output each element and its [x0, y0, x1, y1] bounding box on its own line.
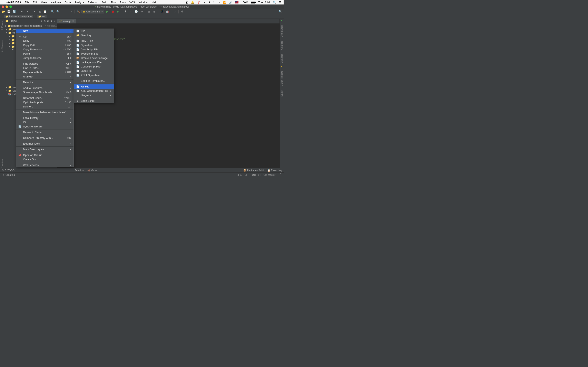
error-stripe-marker[interactable] [281, 20, 282, 21]
volume-icon[interactable]: 🔊 [229, 1, 232, 4]
vcs-update-icon[interactable]: ⬇ [123, 9, 128, 14]
menu-item[interactable]: Local History▶ [16, 116, 73, 120]
notifications-icon[interactable]: 🔔 [191, 1, 194, 4]
menu-item[interactable]: Delete...⌦ [16, 104, 73, 109]
avd-icon[interactable]: 📱 [160, 9, 164, 14]
copy-icon[interactable]: ⎘ [38, 9, 42, 14]
event-log-button[interactable]: 📋 Event Log [267, 169, 282, 172]
close-window-button[interactable] [2, 6, 4, 8]
maven-tool-button[interactable]: Maven Projects [281, 71, 283, 86]
grunt-tool-button[interactable]: 🐗 Grunt [87, 169, 97, 172]
menu-file[interactable]: File [25, 1, 29, 4]
paste-icon[interactable]: 📋 [43, 9, 47, 14]
redo-icon[interactable]: ↷ [25, 9, 29, 14]
menu-item[interactable]: 📄XML Configuration File▶ [74, 89, 114, 93]
vcs-history-icon[interactable]: 🕓 [134, 9, 138, 14]
run-config-dropdown[interactable]: ⬣ karma.conf.js ▼ [81, 10, 104, 13]
tool-windows-toggle-icon[interactable]: ▢ [2, 174, 4, 176]
menu-item[interactable]: Paste⌘V [16, 52, 73, 56]
menu-view[interactable]: View [41, 1, 47, 4]
readonly-lock-icon[interactable] [280, 174, 282, 176]
menu-help[interactable]: Help [152, 1, 157, 4]
sync-icon[interactable]: 🔄 [12, 9, 16, 14]
line-separator[interactable]: LF ÷ [245, 174, 250, 176]
menu-item[interactable]: Edit File Templates... [74, 79, 114, 83]
menu-item[interactable]: 📄JavaScript File [74, 47, 114, 52]
menu-run[interactable]: Run [111, 1, 116, 4]
back-icon[interactable]: ← [63, 9, 68, 14]
help-icon[interactable]: ❓ [197, 1, 200, 4]
git-branch[interactable]: Git: master ÷ [263, 174, 277, 176]
menu-analyze[interactable]: Analyze [75, 1, 84, 4]
menu-item[interactable]: ✂Cut⌘X [16, 34, 73, 39]
menu-item[interactable]: 📄Stylesheet [74, 43, 114, 47]
commander-tool-button[interactable]: Commander [281, 25, 283, 37]
menu-item[interactable]: Add to Favorites▶ [16, 86, 73, 90]
notification-center-icon[interactable]: ☰ [279, 1, 282, 4]
menubar-icon[interactable]: ⧗ [209, 1, 210, 4]
run-icon[interactable]: ▶ [105, 9, 110, 14]
menu-item[interactable]: Compare Directory with...⌘D [16, 136, 73, 140]
editor-tab[interactable]: JS main.js ✕ [57, 19, 76, 24]
help-icon[interactable]: ? [173, 9, 177, 14]
cursor-position[interactable]: 8:19 [237, 174, 242, 176]
find-icon[interactable]: 🔍 [51, 9, 55, 14]
menu-item[interactable]: Refactor▶ [16, 80, 73, 84]
zoom-window-button[interactable] [9, 6, 12, 8]
settings-icon[interactable]: ⚙ [180, 9, 185, 14]
menu-item[interactable]: Make Module 'hello-react-templates' [16, 110, 73, 114]
menu-item[interactable]: Create Gist... [16, 157, 73, 161]
terminal-tool-button[interactable]: Terminal [75, 169, 84, 172]
menu-item[interactable]: 📄TypeScript File [74, 52, 114, 56]
menu-item[interactable]: External Tools▶ [16, 142, 73, 146]
menu-window[interactable]: Window [139, 1, 148, 4]
menu-item[interactable]: 📄CoffeeScript File [74, 64, 114, 69]
menu-item[interactable]: Reveal in Finder [16, 130, 73, 134]
ant-build-tool-button[interactable]: Ant Build [281, 41, 283, 50]
menu-item[interactable]: WebServices▶ [16, 163, 73, 167]
vcs-commit-icon[interactable]: ⬆ [129, 9, 133, 14]
menu-item[interactable]: 📄Jade File [74, 69, 114, 73]
menubar-icon[interactable]: ☁ [203, 1, 206, 4]
file-encoding[interactable]: UTF-8 ÷ [252, 174, 261, 176]
menu-vcs[interactable]: VCS [130, 1, 135, 4]
forward-icon[interactable]: → [69, 9, 73, 14]
todo-tool-button[interactable]: 🗓 6: TODO [2, 169, 15, 172]
close-tab-icon[interactable]: ✕ [72, 20, 74, 22]
menu-item[interactable]: 📄package.json File [74, 60, 114, 64]
coverage-icon[interactable]: ▶ [116, 9, 120, 14]
menu-tools[interactable]: Tools [120, 1, 126, 4]
menu-item[interactable]: 📦Create a new Package [74, 56, 114, 60]
menu-item[interactable]: Find Usages⌥F7 [16, 62, 73, 66]
app-name[interactable]: IntelliJ IDEA [6, 1, 21, 4]
menu-item[interactable]: Reformat Code...⌥⌘L [16, 96, 73, 100]
structure-tool-button[interactable]: 7: Structure [1, 40, 3, 52]
spotlight-icon[interactable]: 🔍 [273, 1, 276, 4]
menu-item[interactable]: Copy⌘C [16, 39, 73, 43]
minimize-window-button[interactable] [6, 6, 8, 8]
hide-icon[interactable]: ⇤ [54, 20, 56, 22]
menu-item[interactable]: 🔄Synchronize 'src' [16, 124, 73, 129]
menu-item[interactable]: Find in Path...⇧⌘F [16, 66, 73, 70]
menu-item[interactable]: Copy Reference⌃⌥⇧⌘C [16, 47, 73, 52]
build-icon[interactable]: 🔨 [76, 9, 81, 14]
project-tool-button[interactable]: 1: Project [1, 21, 3, 30]
menu-refactor[interactable]: Refactor [88, 1, 98, 4]
idetalk-tool-button[interactable]: IDEtalk [281, 90, 283, 97]
input-source-icon[interactable] [235, 1, 238, 3]
menu-item[interactable]: ▶Bash Script [74, 99, 114, 103]
menu-item[interactable]: Show Image Thumbnails⇧⌘T [16, 90, 73, 94]
cut-icon[interactable]: ✂ [32, 9, 37, 14]
menu-item[interactable]: 📄RT File [74, 84, 114, 89]
menu-item[interactable]: Mark Directory As▶ [16, 147, 73, 151]
sdk-icon[interactable]: ⊡ [152, 9, 156, 14]
database-tool-button[interactable]: Database [281, 54, 283, 63]
android-icon[interactable]: 🤖 [165, 9, 169, 14]
menu-item[interactable]: 📁Directory [74, 33, 114, 37]
menu-item[interactable]: Git▶ [16, 120, 73, 124]
menu-navigate[interactable]: Navigate [51, 1, 61, 4]
tree-row[interactable]: ▶📁generator-react-templates (~/Projects.… [4, 24, 57, 27]
breadcrumb-item[interactable]: 📁 src [37, 15, 47, 18]
wifi-icon[interactable]: 📶 [223, 1, 226, 4]
packages-build-button[interactable]: 📦 Packages Build [243, 169, 264, 172]
